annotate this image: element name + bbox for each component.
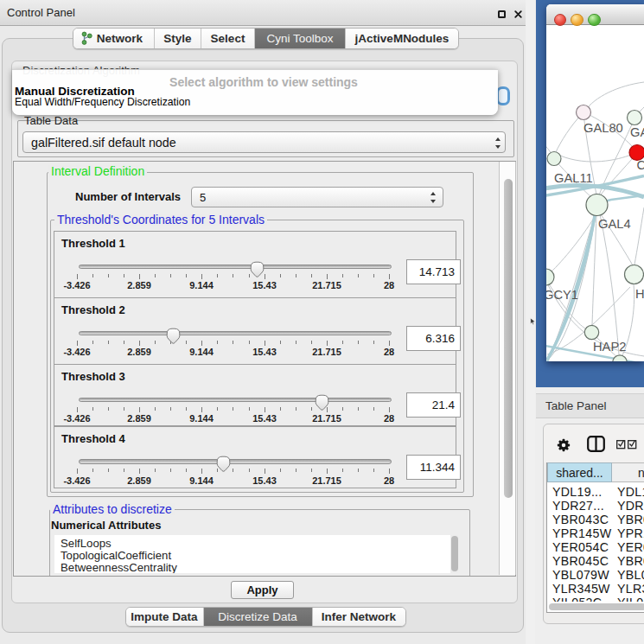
svg-text:HAP2: HAP2 — [593, 340, 626, 354]
svg-text:GAL4: GAL4 — [598, 217, 631, 231]
svg-text:GCY1: GCY1 — [546, 288, 578, 302]
svg-text:GAL11: GAL11 — [554, 171, 593, 185]
svg-text:H: H — [635, 287, 644, 301]
svg-text:GAL80: GAL80 — [583, 121, 623, 135]
svg-text:GAL: GAL — [630, 125, 644, 139]
svg-text:CO: CO — [637, 158, 644, 172]
